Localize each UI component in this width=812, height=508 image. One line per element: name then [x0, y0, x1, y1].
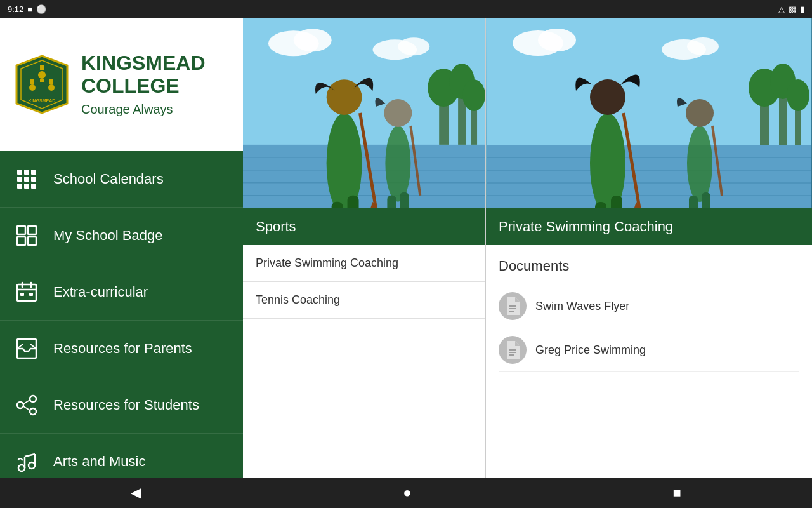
- svg-point-81: [538, 29, 576, 51]
- svg-rect-10: [17, 170, 22, 175]
- home-button[interactable]: ●: [377, 479, 436, 506]
- sidebar-item-badge[interactable]: My School Badge: [0, 208, 243, 264]
- sidebar-item-arts[interactable]: Arts and Music: [0, 434, 243, 478]
- sidebar-item-calendars[interactable]: School Calendars: [0, 151, 243, 208]
- detail-panel: Private Swimming Coaching Documents: [486, 18, 812, 478]
- document-item-1[interactable]: Swim Waves Flyer: [499, 284, 799, 328]
- svg-point-55: [327, 79, 362, 115]
- circle-icon: ⚪: [36, 4, 46, 14]
- hockey-image-placeholder-left: [243, 18, 485, 208]
- svg-rect-84: [487, 145, 811, 208]
- extra-label: Extra-curricular: [53, 284, 148, 300]
- status-bar: 9:12 ■ ⚪ △ ▩ ▮: [0, 0, 812, 18]
- svg-point-90: [590, 79, 625, 115]
- arts-label: Arts and Music: [53, 453, 146, 470]
- school-motto: Courage Always: [81, 102, 206, 117]
- svg-text:KINGSMEAD: KINGSMEAD: [29, 98, 56, 103]
- students-label: Resources for Students: [53, 397, 199, 413]
- time-display: 9:12: [8, 4, 23, 14]
- document-name-2: Greg Price Swimming: [535, 344, 646, 357]
- svg-line-36: [23, 406, 30, 410]
- svg-rect-66: [387, 196, 396, 208]
- sports-panel-header: Sports: [243, 208, 485, 245]
- svg-line-41: [25, 454, 35, 457]
- status-time: 9:12 ■ ⚪: [8, 4, 46, 14]
- svg-rect-8: [49, 79, 53, 84]
- svg-rect-16: [17, 184, 22, 189]
- svg-point-65: [384, 99, 412, 127]
- svg-point-64: [385, 126, 410, 202]
- svg-rect-101: [689, 196, 698, 208]
- svg-rect-7: [30, 79, 34, 84]
- sports-image-left: [243, 18, 485, 208]
- svg-point-6: [48, 84, 55, 91]
- detail-content: Documents Swim Waves Flyer: [486, 245, 812, 478]
- sidebar-item-students[interactable]: Resources for Students: [0, 377, 243, 434]
- svg-point-2: [38, 71, 46, 79]
- sports-item-tennis[interactable]: Tennis Coaching: [243, 282, 485, 319]
- sports-list: Private Swimming Coaching Tennis Coachin…: [243, 245, 485, 478]
- school-logo: KINGSMEAD: [10, 53, 74, 116]
- sidebar-item-parents[interactable]: Resources for Parents: [0, 321, 243, 377]
- sidebar: KINGSMEAD KINGSMEAD COLLEGE Courage Alwa…: [0, 18, 243, 478]
- recent-button[interactable]: ■: [648, 479, 707, 506]
- svg-rect-11: [24, 170, 29, 175]
- svg-point-100: [686, 99, 714, 127]
- svg-point-46: [294, 29, 332, 51]
- svg-rect-15: [31, 177, 36, 182]
- svg-line-35: [23, 400, 30, 404]
- svg-rect-27: [20, 293, 24, 296]
- svg-point-37: [18, 465, 25, 471]
- document-icon-1: [499, 292, 527, 320]
- sidebar-item-extra[interactable]: Extra-curricular: [0, 264, 243, 321]
- svg-rect-14: [24, 177, 29, 182]
- svg-point-5: [29, 84, 36, 91]
- svg-rect-19: [17, 226, 25, 234]
- parents-label: Resources for Parents: [53, 340, 192, 357]
- calendar-grid-icon: [13, 165, 41, 193]
- status-icons: △ ▩ ▮: [778, 4, 804, 14]
- documents-label: Documents: [499, 258, 799, 274]
- svg-point-38: [29, 462, 35, 469]
- battery-icon: ▮: [800, 4, 804, 14]
- svg-rect-57: [348, 196, 359, 208]
- svg-rect-67: [400, 192, 409, 208]
- svg-point-99: [687, 126, 712, 202]
- document-item-2[interactable]: Greg Price Swimming: [499, 328, 799, 372]
- hockey-image-placeholder-right: [486, 18, 812, 208]
- svg-rect-28: [29, 293, 33, 296]
- svg-rect-21: [17, 237, 25, 245]
- svg-point-78: [462, 79, 485, 111]
- detail-panel-header: Private Swimming Coaching: [486, 208, 812, 245]
- document-icon-2: [499, 336, 527, 364]
- detail-image: [486, 18, 812, 208]
- badge-grid-icon: [13, 222, 41, 250]
- school-name: KINGSMEAD COLLEGE: [81, 52, 206, 97]
- svg-point-33: [17, 402, 23, 408]
- document-name-1: Swim Waves Flyer: [535, 300, 629, 313]
- svg-rect-20: [28, 226, 36, 234]
- sports-item-swimming[interactable]: Private Swimming Coaching: [243, 245, 485, 282]
- svg-rect-18: [31, 184, 36, 189]
- back-button[interactable]: ◀: [105, 479, 167, 506]
- inbox-icon: [13, 335, 41, 363]
- svg-rect-3: [40, 65, 44, 70]
- svg-rect-17: [24, 184, 29, 189]
- main-area: KINGSMEAD KINGSMEAD COLLEGE Courage Alwa…: [0, 18, 812, 478]
- sports-panel: Sports Private Swimming Coaching Tennis …: [243, 18, 486, 478]
- svg-rect-49: [243, 145, 485, 208]
- notification-icon: ■: [27, 4, 32, 14]
- wifi-icon: △: [778, 4, 785, 14]
- sidebar-header: KINGSMEAD KINGSMEAD COLLEGE Courage Alwa…: [0, 18, 243, 151]
- calendars-label: School Calendars: [53, 171, 164, 187]
- svg-rect-102: [702, 192, 710, 208]
- share-icon: [13, 391, 41, 419]
- calendar-icon: [13, 278, 41, 306]
- svg-rect-22: [28, 237, 36, 245]
- badge-label: My School Badge: [53, 227, 162, 244]
- nav-bar: ◀ ● ■: [0, 478, 812, 508]
- school-name-area: KINGSMEAD COLLEGE Courage Always: [81, 52, 206, 116]
- svg-rect-13: [17, 177, 22, 182]
- signal-icon: ▩: [789, 4, 796, 14]
- music-icon: [13, 448, 41, 476]
